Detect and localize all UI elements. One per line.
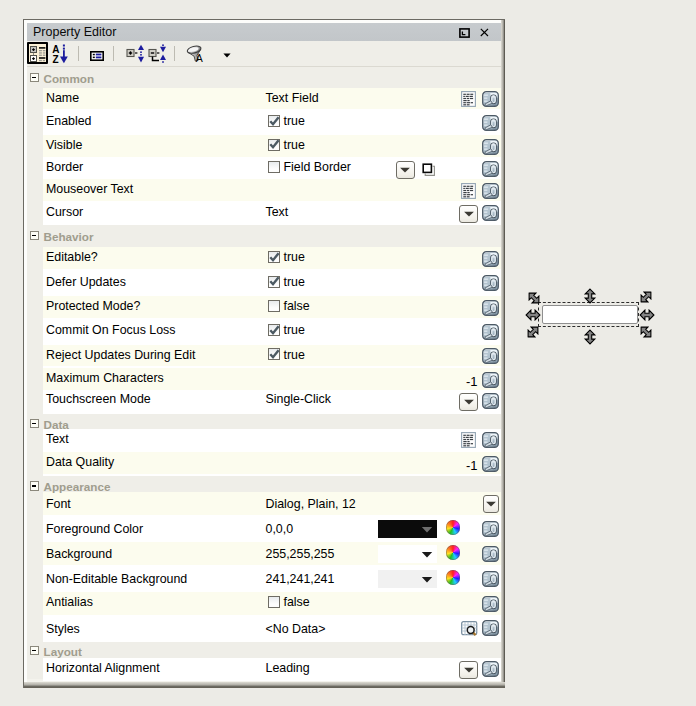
svg-text:A: A — [195, 52, 202, 63]
svg-text:Z: Z — [52, 53, 58, 63]
